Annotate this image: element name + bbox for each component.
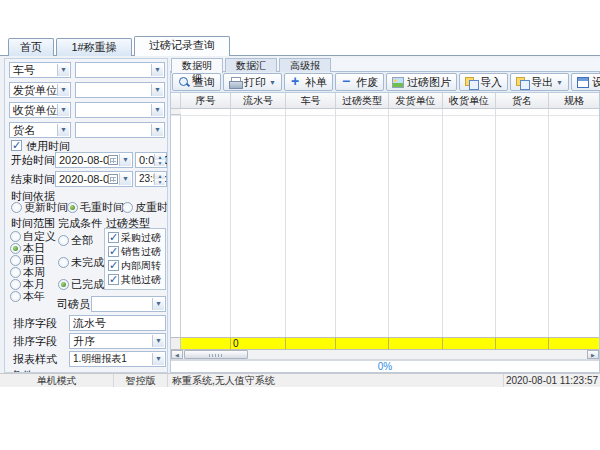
scroll-right-arrow-icon[interactable]: ▶ bbox=[587, 350, 599, 359]
image-icon bbox=[392, 77, 404, 88]
status-datetime: 2020-08-01 11:23:57 bbox=[504, 374, 600, 387]
scroll-left-arrow-icon[interactable]: ◀ bbox=[171, 350, 183, 359]
use-time-checkbox[interactable] bbox=[11, 140, 22, 151]
radio-finish-unfinished[interactable] bbox=[58, 257, 69, 268]
chevron-down-icon bbox=[57, 64, 69, 76]
grid-header-weigh-type[interactable]: 过磅类型 bbox=[336, 93, 389, 109]
shipper-field-label: 发货单位 bbox=[13, 84, 57, 96]
radio-range-this-month[interactable] bbox=[10, 279, 21, 290]
search-icon bbox=[178, 77, 190, 88]
spinner-arrows-icon[interactable]: ▲▼ bbox=[154, 173, 165, 185]
vehicle-value-select[interactable] bbox=[75, 62, 165, 78]
sort-field-value: 流水号 bbox=[73, 317, 106, 329]
grid-header-receiver[interactable]: 收货单位 bbox=[443, 93, 496, 109]
print-icon bbox=[229, 77, 241, 88]
end-time-label: 结束时间 bbox=[11, 171, 55, 187]
chevron-down-icon bbox=[57, 104, 69, 116]
radio-range-custom[interactable] bbox=[10, 231, 21, 242]
radio-range-today[interactable] bbox=[10, 243, 21, 254]
import-button[interactable]: 导入 bbox=[459, 73, 508, 91]
vehicle-field-select[interactable]: 车号 bbox=[9, 62, 71, 78]
report-style-select[interactable]: 1.明细报表1 bbox=[69, 351, 166, 367]
radio-update-time-label: 更新时间 bbox=[24, 201, 68, 214]
chevron-down-icon bbox=[152, 298, 164, 310]
checkbox-internal-transfer-label: 内部周转 bbox=[121, 259, 161, 272]
start-date-value: 2020-08-01 bbox=[59, 154, 115, 166]
sort-order-select[interactable]: 升序 bbox=[69, 333, 166, 349]
chevron-down-icon bbox=[151, 104, 163, 116]
spinner-arrows-icon[interactable]: ▲▼ bbox=[154, 154, 165, 166]
summary-serial-cell: 0 bbox=[231, 337, 286, 350]
sort-field-input[interactable]: 流水号 bbox=[69, 315, 166, 331]
report-style-label: 报表样式 bbox=[13, 351, 57, 367]
radio-tare-time[interactable] bbox=[122, 202, 133, 213]
checkbox-other-weigh[interactable] bbox=[108, 274, 119, 285]
tab-home[interactable]: 首页 bbox=[8, 38, 54, 56]
export-icon bbox=[516, 77, 528, 88]
checkbox-other-weigh-label: 其他过磅 bbox=[121, 273, 161, 286]
grid-col-shipper bbox=[389, 109, 443, 337]
receiver-field-select[interactable]: 收货单位 bbox=[9, 102, 71, 118]
start-date-picker[interactable]: 2020-08-01 bbox=[55, 152, 133, 168]
goods-value-select[interactable] bbox=[75, 122, 165, 138]
grid-header-serial[interactable]: 流水号 bbox=[231, 93, 286, 109]
shipper-field-select[interactable]: 发货单位 bbox=[9, 82, 71, 98]
import-icon bbox=[465, 77, 477, 88]
summary-spec-cell bbox=[549, 337, 599, 350]
void-button[interactable]: 作废 bbox=[335, 73, 384, 91]
vehicle-field-label: 车号 bbox=[13, 64, 35, 76]
filter-row-shipper: 发货单位 bbox=[5, 82, 168, 98]
grid-header-seq[interactable]: 序号 bbox=[181, 93, 231, 109]
subtab-data-summary[interactable]: 数据汇总 bbox=[225, 58, 277, 72]
radio-finish-finished[interactable] bbox=[58, 279, 69, 290]
chevron-down-icon bbox=[119, 154, 131, 166]
radio-range-this-week[interactable] bbox=[10, 267, 21, 278]
radio-range-two-days[interactable] bbox=[10, 255, 21, 266]
grid-header-shipper[interactable]: 发货单位 bbox=[389, 93, 443, 109]
status-mode: 单机模式 bbox=[0, 374, 114, 387]
checkbox-sales-weigh[interactable] bbox=[108, 246, 119, 257]
subtab-data-detail[interactable]: 数据明细 bbox=[171, 58, 223, 73]
summary-shipper-cell bbox=[389, 337, 443, 350]
receiver-value-select[interactable] bbox=[75, 102, 165, 118]
radio-gross-time-label: 毛重时间 bbox=[80, 201, 124, 214]
goods-field-select[interactable]: 货名 bbox=[9, 122, 71, 138]
chevron-down-icon bbox=[556, 79, 563, 86]
export-button[interactable]: 导出 bbox=[510, 73, 569, 91]
shipper-value-select[interactable] bbox=[75, 82, 165, 98]
end-time-spinner[interactable]: 23:59:59▲▼ bbox=[135, 171, 167, 187]
radio-update-time[interactable] bbox=[11, 202, 22, 213]
radio-finish-all[interactable] bbox=[58, 235, 69, 246]
summary-seq-cell bbox=[181, 337, 231, 350]
settings-button[interactable]: 设置 bbox=[571, 73, 600, 91]
grid-body[interactable] bbox=[171, 109, 599, 337]
grid-header-spec[interactable]: 规格 bbox=[549, 93, 599, 109]
tab-weigh-record-query[interactable]: 过磅记录查询× bbox=[134, 36, 230, 56]
grid-header-goods[interactable]: 货名 bbox=[496, 93, 549, 109]
start-time-label: 开始时间 bbox=[11, 152, 55, 168]
chevron-down-icon bbox=[151, 64, 163, 76]
calendar-icon bbox=[108, 155, 118, 165]
app-window: 首页 1#称重操作 过磅记录查询× 车号 发货单位 收货单位 货名 bbox=[0, 33, 600, 387]
horizontal-scrollbar[interactable]: ◀ ▶ bbox=[171, 350, 599, 360]
scrollbar-thumb[interactable] bbox=[184, 350, 248, 359]
radio-finish-finished-label: 已完成 bbox=[71, 278, 104, 291]
print-button[interactable]: 打印 bbox=[223, 73, 282, 91]
main-tabstrip: 首页 1#称重操作 过磅记录查询× bbox=[0, 33, 600, 56]
radio-gross-time[interactable] bbox=[67, 202, 78, 213]
weigher-select[interactable] bbox=[91, 296, 166, 312]
report-style-row: 报表样式 1.明细报表1 bbox=[5, 351, 168, 367]
summary-goods-cell bbox=[496, 337, 549, 350]
sort-order-value: 升序 bbox=[73, 335, 95, 347]
checkbox-internal-transfer[interactable] bbox=[108, 260, 119, 271]
end-date-picker[interactable]: 2020-08-01 bbox=[55, 171, 133, 187]
checkbox-purchase-weigh-label: 采购过磅 bbox=[121, 231, 161, 244]
tab-weighing-operation[interactable]: 1#称重操作 bbox=[56, 38, 132, 56]
weigh-photo-button[interactable]: 过磅图片 bbox=[386, 73, 457, 91]
subtab-advanced-report[interactable]: 高级报表 bbox=[279, 58, 331, 72]
start-time-spinner[interactable]: 0:00:00▲▼ bbox=[135, 152, 167, 168]
grid-header-vehicle[interactable]: 车号 bbox=[286, 93, 336, 109]
supplement-button[interactable]: 补单 bbox=[284, 73, 333, 91]
status-edition: 智控版 bbox=[114, 374, 168, 387]
checkbox-purchase-weigh[interactable] bbox=[108, 232, 119, 243]
